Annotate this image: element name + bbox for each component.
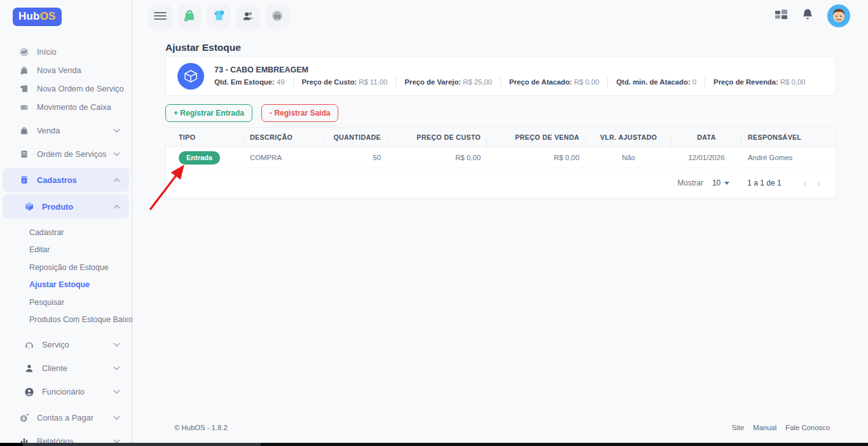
- chevron-down-icon: [113, 128, 120, 133]
- apps-grid-icon[interactable]: [775, 9, 788, 23]
- chevron-up-icon: [113, 178, 120, 182]
- wallet-icon: [19, 102, 30, 112]
- bell-icon[interactable]: [802, 8, 813, 24]
- sidebar-item-label: Venda: [37, 126, 113, 135]
- page-size-select[interactable]: 10: [712, 179, 729, 187]
- footer-link-site[interactable]: Site: [732, 424, 744, 431]
- sidebar-group-contas-pagar[interactable]: $ Contas a Pagar: [0, 406, 132, 429]
- sidebar-item-nova-ordem-servico[interactable]: Nova Ordem de Serviço: [0, 79, 132, 98]
- chevron-down-icon: [113, 389, 120, 394]
- money-glyph: (s): [274, 13, 280, 19]
- cell-descricao: COMPRA: [244, 154, 324, 161]
- footer: © HubOS - 1.8.2 Site Manual Fale Conosco: [132, 424, 868, 431]
- chevron-down-icon: [113, 152, 120, 156]
- product-title: 73 - CABO EMBREAGEM: [214, 65, 806, 74]
- chevron-down-icon: [113, 366, 120, 370]
- col-quantidade: QUANTIDADE: [324, 133, 387, 141]
- menu-toggle-button[interactable]: [148, 4, 172, 29]
- sidebar-group-cadastros[interactable]: Cadastros: [3, 168, 129, 192]
- sidebar-group-servico[interactable]: Serviço: [0, 333, 132, 356]
- copyright-text: © HubOS - 1.8.2: [174, 424, 228, 431]
- new-sale-button[interactable]: [177, 4, 202, 29]
- chevron-down-icon: [113, 416, 120, 420]
- main-content: (s) Ajustar Estoque: [132, 0, 868, 443]
- sidebar-item-label: Produtos Com Estoque Baixo: [29, 315, 133, 324]
- cell-responsavel: André Gomes: [741, 154, 836, 161]
- stat-preco-custo: Preço de Custo: R$ 11,00: [302, 78, 388, 86]
- stat-qtd-estoque: Qtd. Em Estoque: 49: [214, 78, 285, 86]
- receipt-plus-icon: [19, 83, 30, 94]
- sidebar-item-label: Nova Venda: [37, 65, 81, 75]
- product-summary-card: 73 - CABO EMBREAGEM Qtd. Em Estoque: 49 …: [165, 56, 836, 96]
- sidebar-item-editar[interactable]: Editar: [0, 241, 132, 259]
- sidebar-item-nova-venda[interactable]: Nova Venda: [0, 61, 132, 79]
- sidebar-item-produtos-estoque-baixo[interactable]: Produtos Com Estoque Baixo: [0, 311, 132, 329]
- footer-link-fale-conosco[interactable]: Fale Conosco: [785, 424, 830, 431]
- avatar[interactable]: [827, 4, 850, 27]
- sidebar-item-label: Nova Ordem de Serviço: [37, 84, 124, 93]
- next-page-button[interactable]: ›: [811, 178, 825, 189]
- footer-link-manual[interactable]: Manual: [753, 424, 776, 431]
- new-service-order-button[interactable]: [207, 4, 231, 29]
- sidebar-group-produto[interactable]: Produto: [3, 194, 129, 219]
- scrollbar-corner: [0, 443, 23, 446]
- divider: [396, 78, 396, 87]
- sidebar-item-label: Funcionário: [42, 387, 113, 396]
- sidebar-group-ordem-servicos[interactable]: Ordem de Serviços: [0, 142, 132, 166]
- sidebar-item-label: Início: [37, 47, 57, 57]
- clients-button[interactable]: [236, 4, 260, 29]
- footer-links: Site Manual Fale Conosco: [732, 424, 830, 431]
- annotation-arrow: [141, 160, 192, 217]
- sidebar-item-movimento-caixa[interactable]: Movimento de Caixa: [0, 98, 132, 116]
- action-buttons: + Registrar Entrada - Registrar Saída: [165, 104, 338, 122]
- money-icon: (s): [270, 9, 284, 25]
- sidebar-item-label: Ordem de Serviços: [37, 149, 113, 159]
- green-bag-plus-icon: [183, 9, 196, 25]
- table-row[interactable]: Entrada COMPRA 50 R$ 0,00 R$ 0,00 Não 12…: [166, 147, 836, 168]
- caret-down-icon: [724, 182, 729, 185]
- topbar: (s): [132, 0, 868, 33]
- table-header-row: TIPO DESCRIÇÃO QUANTIDADE PREÇO DE CUSTO…: [166, 128, 836, 147]
- cell-data: 12/01/2026: [672, 154, 741, 161]
- stat-qtd-min-atacado: Qtd. min. de Atacado: 0: [616, 78, 696, 86]
- page-title: Ajustar Estoque: [165, 42, 868, 53]
- shopping-bag-icon: [19, 125, 30, 136]
- home-chart-icon: [19, 46, 30, 57]
- sidebar-item-pesquisar[interactable]: Pesquisar: [0, 294, 132, 311]
- sidebar-item-reposicao-estoque[interactable]: Reposição de Estoque: [0, 259, 132, 276]
- chevron-down-icon: [113, 342, 120, 347]
- sidebar: HubOS Início Nova Venda Nova Ordem de Se…: [0, 0, 132, 443]
- cube-icon: [24, 201, 35, 212]
- product-stats: Qtd. Em Estoque: 49 Preço de Custo: R$ 1…: [214, 78, 806, 87]
- cell-preco-custo: R$ 0,00: [387, 154, 487, 161]
- hubos-logo[interactable]: HubOS: [13, 8, 62, 26]
- sidebar-item-label: Contas a Pagar: [37, 413, 113, 422]
- product-cube-icon: [177, 63, 204, 90]
- sidebar-group-venda[interactable]: Venda: [0, 119, 132, 142]
- sidebar-item-label: Cliente: [42, 363, 113, 373]
- horizontal-scrollbar[interactable]: [0, 443, 868, 446]
- register-exit-button[interactable]: - Registrar Saída: [261, 104, 338, 122]
- notebook-icon: [19, 175, 30, 186]
- cell-preco-venda: R$ 0,00: [487, 154, 586, 161]
- person-icon: [24, 363, 35, 374]
- cell-vlr-ajustado: Não: [586, 154, 672, 161]
- table-pagination: Mostrar 10 1 a 1 de 1 ‹ ›: [166, 168, 836, 198]
- col-responsavel: RESPONSÁVEL: [741, 133, 836, 141]
- divider: [293, 78, 294, 87]
- sidebar-item-inicio[interactable]: Início: [0, 43, 132, 61]
- stat-preco-atacado: Preço de Atacado: R$ 0,00: [509, 78, 600, 86]
- register-entry-button[interactable]: + Registrar Entrada: [165, 104, 252, 122]
- sidebar-group-funcionario[interactable]: Funcionário: [0, 380, 132, 403]
- sidebar-item-ajustar-estoque[interactable]: Ajustar Estoque: [0, 276, 132, 294]
- mostrar-label: Mostrar: [677, 179, 703, 187]
- cash-button[interactable]: (s): [265, 4, 289, 29]
- sidebar-group-cliente[interactable]: Cliente: [0, 356, 132, 380]
- col-preco-venda: PREÇO DE VENDA: [487, 133, 586, 141]
- prev-page-button[interactable]: ‹: [798, 178, 812, 189]
- movements-table: TIPO DESCRIÇÃO QUANTIDADE PREÇO DE CUSTO…: [165, 127, 836, 198]
- scrollbar-thumb[interactable]: [261, 443, 868, 446]
- divider: [500, 78, 501, 87]
- sidebar-item-cadastrar[interactable]: Cadastrar: [0, 224, 132, 241]
- divider: [607, 78, 608, 87]
